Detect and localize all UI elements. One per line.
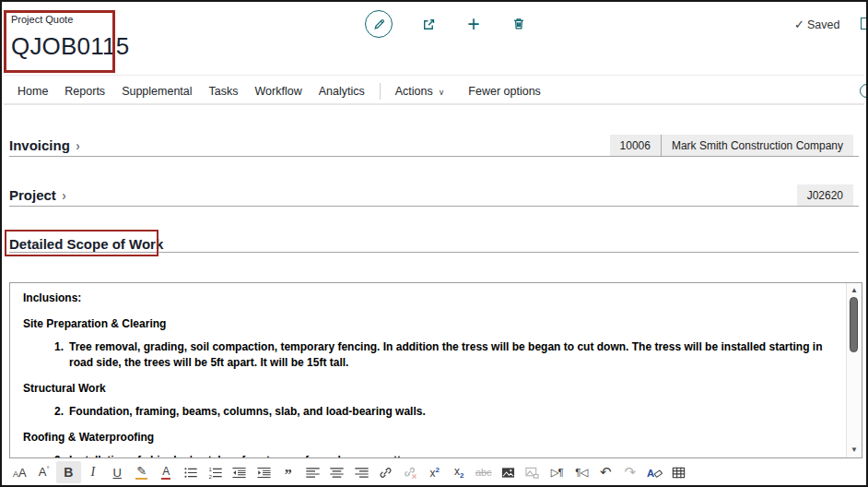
insert-table-button[interactable] [667, 461, 692, 483]
undo-button[interactable]: ↶ [593, 461, 618, 483]
menu-item-actions[interactable]: Actions∨ [387, 85, 453, 98]
clear-format-icon: A [647, 466, 663, 480]
menu-item-home[interactable]: Home [9, 85, 56, 98]
menu-item-fewer-options[interactable]: Fewer options [460, 85, 549, 98]
underline-icon: U [113, 466, 122, 480]
editor-heading: Site Preparation & Clearing [23, 316, 836, 332]
blockquote-icon: ” [285, 471, 292, 479]
menu-item-tasks[interactable]: Tasks [201, 85, 247, 98]
font-size-button[interactable]: A° [32, 461, 57, 483]
underline-button[interactable]: U [105, 461, 130, 483]
redo-button: ↷ [618, 461, 643, 483]
delete-button[interactable] [510, 10, 528, 38]
project-fields: J02620 [797, 184, 853, 206]
editor-heading: Structural Work [23, 381, 836, 397]
svg-text:1: 1 [208, 466, 212, 472]
scope-underline [9, 252, 859, 253]
superscript-icon: x2 [430, 466, 440, 480]
edit-button[interactable] [365, 10, 393, 38]
text-direction-rtl-button[interactable]: ¶◁ [569, 461, 594, 483]
insert-link-icon [379, 466, 393, 480]
help-circle-icon[interactable] [860, 84, 868, 98]
redo-icon: ↷ [624, 464, 636, 481]
page-title: QJOB0115 [11, 32, 129, 61]
highlight-color-button[interactable]: ✎ [130, 461, 155, 483]
insert-link-button[interactable] [374, 461, 399, 483]
font-size-icon: A° [39, 465, 50, 479]
align-center-icon [330, 466, 344, 480]
scroll-up-arrow[interactable]: ▲ [847, 286, 862, 295]
menu-item-workflow[interactable]: Workflow [247, 85, 311, 98]
editor-list-item: 1.Tree removal, grading, soil compaction… [45, 339, 836, 371]
clear-format-button[interactable]: A [642, 461, 667, 483]
increase-indent-icon [257, 466, 271, 480]
image-options-icon [525, 466, 539, 480]
font-family-button[interactable]: AA [7, 461, 32, 483]
remove-link-button [398, 461, 423, 483]
increase-indent-button[interactable] [252, 461, 276, 483]
page-caption: Project Quote [11, 14, 73, 25]
list-text: Foundation, framing, beams, columns, sla… [69, 404, 836, 420]
align-right-button[interactable] [349, 461, 374, 483]
list-text: Tree removal, grading, soil compaction, … [69, 339, 836, 371]
align-left-icon [306, 466, 320, 480]
editor-content[interactable]: Inclusions:Site Preparation & Clearing1.… [10, 283, 845, 457]
edit-icon [372, 18, 386, 31]
save-status-label: Saved [807, 18, 839, 31]
image-options-button [521, 461, 545, 483]
decrease-indent-button[interactable] [228, 461, 252, 483]
bold-button[interactable]: B [56, 461, 81, 483]
insert-image-button[interactable] [496, 461, 521, 483]
italic-button[interactable]: I [81, 461, 106, 483]
align-right-icon [355, 466, 369, 480]
scroll-down-arrow[interactable]: ▼ [847, 445, 862, 455]
bullet-list-button[interactable] [179, 461, 204, 483]
menu-item-supplemental[interactable]: Supplemental [113, 85, 200, 98]
remove-link-icon [404, 466, 417, 480]
text-direction-ltr-button[interactable]: ▷¶ [545, 461, 569, 483]
subscript-icon: x2 [454, 465, 463, 480]
subscript-button[interactable]: x2 [447, 461, 472, 483]
new-button[interactable]: + [464, 10, 483, 38]
list-text: Installation of shingles/metal roof, wat… [69, 453, 836, 457]
text-direction-rtl-icon: ¶◁ [575, 466, 587, 479]
editor-toolbar: AAA°BIU✎A12”x2x2abc▷¶¶◁↶↷A [7, 459, 691, 485]
highlight-color-icon: ✎ [136, 465, 147, 480]
section-header-scope[interactable]: Detailed Scope of Work [9, 236, 163, 252]
font-family-icon: AA [13, 466, 27, 480]
svg-text:2: 2 [208, 472, 212, 479]
section-header-invoicing[interactable]: Invoicing › [9, 137, 80, 153]
editor-heading: Roofing & Waterproofing [23, 430, 836, 445]
menu-item-reports[interactable]: Reports [56, 85, 113, 98]
scope-title: Detailed Scope of Work [9, 236, 163, 252]
editor-list-item: 3.Installation of shingles/metal roof, w… [45, 453, 836, 457]
project-quote-page: Project Quote QJOB0115 + ✓ Saved HomeRep… [0, 0, 868, 487]
customer-no-field[interactable]: 10006 [610, 135, 661, 156]
customer-name-field[interactable]: Mark Smith Construction Company [662, 135, 853, 156]
invoicing-underline [9, 156, 859, 157]
align-center-button[interactable] [325, 461, 350, 483]
blockquote-button[interactable]: ” [276, 461, 301, 483]
strikethrough-icon: abc [475, 467, 492, 478]
project-title: Project [9, 187, 56, 203]
menu-item-analytics[interactable]: Analytics [311, 85, 373, 98]
section-header-project[interactable]: Project › [9, 187, 66, 203]
svg-text:A: A [647, 467, 654, 478]
chevron-right-icon: › [62, 187, 65, 203]
scope-rich-text-editor: Inclusions:Site Preparation & Clearing1.… [9, 282, 862, 458]
align-left-button[interactable] [300, 461, 325, 483]
scrollbar-thumb[interactable] [850, 297, 858, 352]
invoicing-fields: 10006 Mark Smith Construction Company [610, 135, 853, 156]
editor-list-item: 2.Foundation, framing, beams, columns, s… [45, 404, 836, 420]
project-no-field[interactable]: J02620 [797, 184, 853, 206]
numbered-list-button[interactable]: 12 [203, 461, 228, 483]
font-color-button[interactable]: A [154, 461, 179, 483]
font-color-icon: A [162, 465, 170, 480]
superscript-button[interactable]: x2 [423, 461, 448, 483]
checkmark-icon: ✓ [794, 18, 804, 31]
numbered-list-icon: 12 [208, 466, 222, 480]
edit-icon [365, 10, 393, 38]
expand-window-icon[interactable] [861, 18, 868, 30]
undo-icon: ↶ [600, 464, 612, 481]
share-button[interactable] [419, 10, 438, 38]
